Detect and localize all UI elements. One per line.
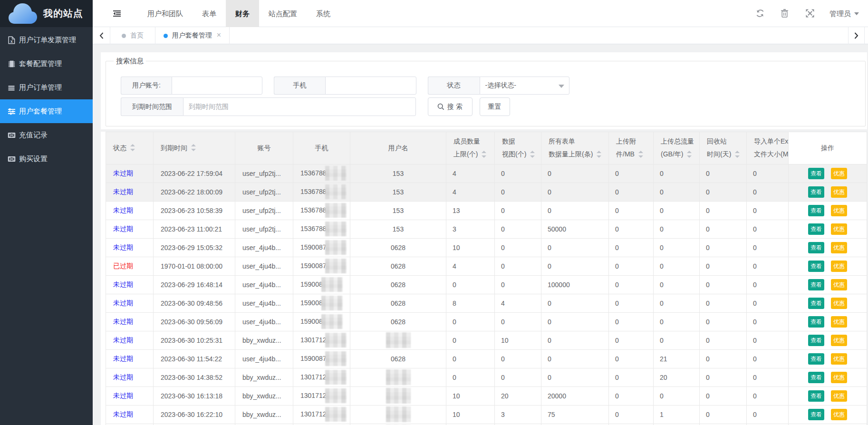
- svg-text:x: x: [10, 39, 13, 43]
